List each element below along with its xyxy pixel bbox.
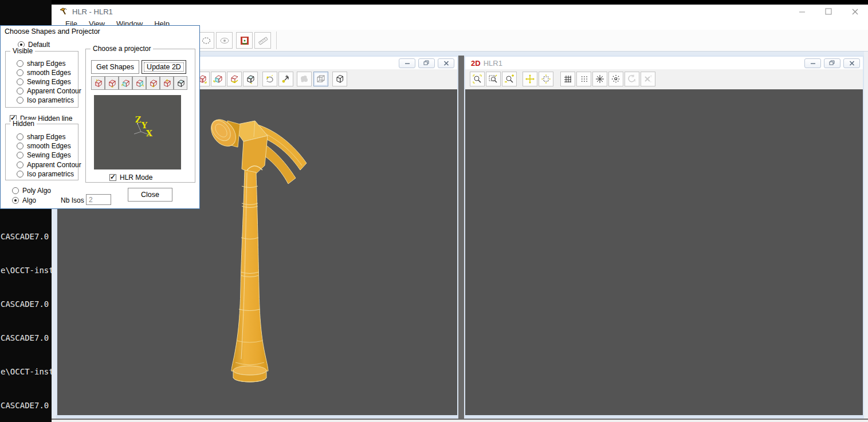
- console-line: CASCADE7.0: [1, 232, 52, 241]
- nb-isos-label: Nb Isos: [61, 196, 84, 204]
- grid-circular-points-button[interactable]: [608, 72, 623, 86]
- radio-label: Sewing Edges: [27, 151, 71, 159]
- restore-icon[interactable]: [418, 58, 435, 68]
- grid-rect-points-button[interactable]: [576, 72, 591, 86]
- radio-label: Poly Algo: [22, 187, 51, 195]
- selection-ellipse-button[interactable]: [198, 32, 214, 49]
- hidden-smooth-edges-radio[interactable]: smooth Edges: [17, 142, 71, 150]
- get-shapes-button[interactable]: Get Shapes: [91, 60, 139, 74]
- axis-x-label: X: [146, 129, 152, 138]
- projector-left-button[interactable]: [119, 76, 132, 90]
- radio-label: Sewing Edges: [27, 78, 71, 86]
- mdi-right-edge: [864, 52, 868, 419]
- visible-apparent-contour-radio[interactable]: Apparent Contour: [17, 87, 81, 95]
- radio-icon: [17, 69, 23, 76]
- dialog-title: Choose Shapes and Projector: [1, 26, 199, 37]
- maximize-icon[interactable]: [815, 5, 842, 18]
- close-button[interactable]: Close: [128, 188, 172, 202]
- view2d-viewport[interactable]: [465, 89, 863, 415]
- checkbox-icon: [109, 174, 116, 181]
- projector-preview[interactable]: Z Y X: [94, 95, 181, 169]
- console-line: e\OCCT-inst: [1, 367, 52, 376]
- radio-icon: [17, 152, 23, 159]
- projector-right-button[interactable]: [132, 76, 146, 90]
- axis-z-label: Z: [135, 115, 141, 124]
- visible-iso-parametrics-radio[interactable]: Iso parametrics: [17, 96, 74, 104]
- projector-back-button[interactable]: [105, 76, 119, 90]
- minimize-icon[interactable]: [789, 5, 815, 18]
- shading-mode-button[interactable]: [297, 72, 312, 86]
- console-line: CASCADE7.0: [1, 333, 52, 342]
- radio-label: smooth Edges: [27, 142, 71, 150]
- radio-icon: [17, 97, 23, 104]
- grid-circular-lines-button[interactable]: [592, 72, 607, 86]
- radio-icon: [17, 133, 23, 140]
- app-hammer-icon: [58, 7, 68, 16]
- main-window-title: HLR - HLR1: [72, 7, 113, 16]
- restore-icon[interactable]: [824, 58, 840, 68]
- radio-icon: [12, 187, 19, 194]
- minimize-icon[interactable]: [804, 58, 821, 68]
- hidden-sewing-edges-radio[interactable]: Sewing Edges: [17, 151, 71, 159]
- hlr-shapes-dialog-button[interactable]: [236, 32, 253, 49]
- console-line: e\OCCT-inst: [1, 266, 52, 275]
- grid-rect-lines-button[interactable]: [560, 72, 575, 86]
- radio-icon: [17, 78, 23, 85]
- pan-global-button[interactable]: [523, 72, 537, 86]
- radio-icon: [17, 171, 23, 178]
- view2d-titlebar: 2D HLR1: [465, 57, 863, 69]
- radio-label: smooth Edges: [27, 69, 71, 77]
- zoom-fit-button[interactable]: [470, 72, 485, 86]
- view-axo-button[interactable]: [243, 72, 258, 86]
- zoom-dynamic-button[interactable]: [502, 72, 517, 86]
- visible-smooth-edges-radio[interactable]: smooth Edges: [17, 69, 71, 77]
- close-icon[interactable]: [843, 58, 860, 68]
- visible-sharp-edges-radio[interactable]: sharp Edges: [17, 60, 65, 68]
- view2d-badge: 2D: [471, 59, 481, 68]
- close-icon[interactable]: [438, 58, 454, 68]
- nb-isos-input[interactable]: [86, 194, 111, 205]
- view-bottom-button[interactable]: [227, 72, 242, 86]
- radio-icon: [17, 161, 23, 168]
- visible-sewing-edges-radio[interactable]: Sewing Edges: [17, 78, 71, 86]
- checkbox-label: HLR Mode: [120, 173, 152, 182]
- radio-icon: [17, 60, 23, 67]
- pan-window-button[interactable]: [539, 72, 553, 86]
- radio-icon: [17, 143, 23, 149]
- projector-front-button[interactable]: [91, 76, 105, 90]
- wireframe-hlr-off-button[interactable]: [332, 72, 347, 86]
- projector-top-button[interactable]: [160, 76, 174, 90]
- view2d-toolbar: [465, 69, 863, 89]
- hidden-apparent-contour-radio[interactable]: Apparent Contour: [17, 161, 81, 169]
- wireframe-hlr-on-button[interactable]: [313, 72, 328, 86]
- shapes-projector-dialog: Choose Shapes and Projector Default Visi…: [0, 25, 200, 209]
- projector-group-label: Choose a projector: [91, 45, 153, 53]
- hammer-model: [206, 113, 372, 393]
- projector-bottom-button[interactable]: [146, 76, 160, 90]
- console-line: CASCADE7.0: [1, 299, 52, 309]
- radio-label: sharp Edges: [27, 60, 65, 68]
- view-eye-button[interactable]: [216, 32, 233, 49]
- update-2d-button[interactable]: Update 2D: [142, 60, 186, 74]
- zoom-window-button[interactable]: [486, 72, 501, 86]
- dynamic-pan-button[interactable]: [278, 72, 293, 86]
- poly-algo-radio[interactable]: Poly Algo: [12, 187, 51, 195]
- view-left-button[interactable]: [211, 72, 226, 86]
- algo-radio[interactable]: Algo: [12, 196, 36, 204]
- visible-group-label: Visible: [10, 47, 35, 55]
- rotate-view-button[interactable]: [262, 72, 277, 86]
- hlr-mode-checkbox[interactable]: HLR Mode: [109, 173, 152, 182]
- close-icon[interactable]: [842, 5, 868, 18]
- radio-label: sharp Edges: [27, 133, 65, 141]
- console-line: CASCADE7.0: [1, 401, 52, 410]
- toolbar-separator: [276, 31, 277, 49]
- view2d-title: HLR1: [484, 59, 502, 68]
- minimize-icon[interactable]: [399, 58, 415, 68]
- measure-ruler-button[interactable]: [254, 32, 271, 49]
- radio-label: Apparent Contour: [27, 161, 81, 169]
- projector-axo-button[interactable]: [174, 76, 187, 90]
- hidden-iso-parametrics-radio[interactable]: Iso parametrics: [17, 170, 74, 178]
- hidden-sharp-edges-radio[interactable]: sharp Edges: [17, 133, 65, 141]
- grid-settings-button[interactable]: [625, 72, 639, 86]
- grid-remove-button[interactable]: [641, 72, 655, 86]
